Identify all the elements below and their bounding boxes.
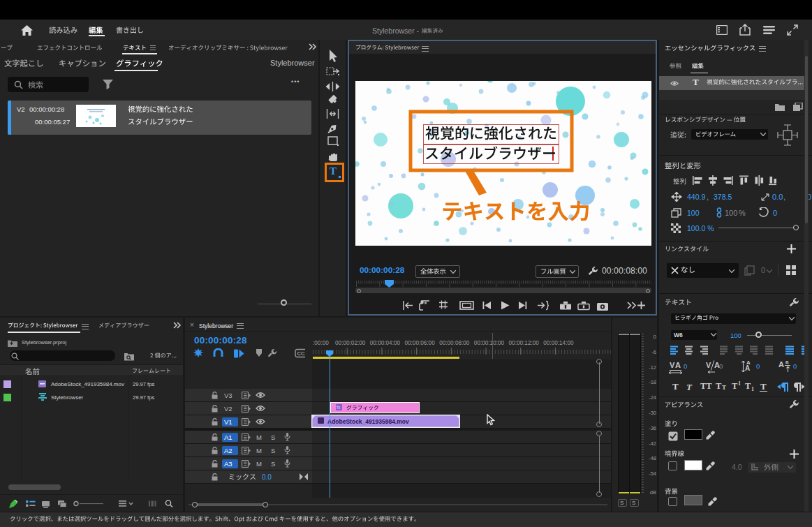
svg-text::00:00: :00:00 xyxy=(313,340,329,346)
svg-text:-6: -6 xyxy=(651,349,656,355)
svg-text:00:00:04:00: 00:00:04:00 xyxy=(370,340,401,346)
svg-text:-24: -24 xyxy=(649,394,656,401)
svg-text:0: 0 xyxy=(654,334,656,340)
svg-text:00:00:08:00: 00:00:08:00 xyxy=(439,340,470,346)
svg-text:-42: -42 xyxy=(649,440,656,447)
svg-text:-54: -54 xyxy=(649,470,656,477)
svg-text:00:00:12:00: 00:00:12:00 xyxy=(509,340,540,346)
svg-text:00:00:10:00: 00:00:10:00 xyxy=(474,340,505,346)
svg-text:-48: -48 xyxy=(649,455,656,461)
svg-text:00:00:02:00: 00:00:02:00 xyxy=(335,340,366,346)
svg-text:00:00:06:00: 00:00:06:00 xyxy=(404,340,435,346)
svg-text:-30: -30 xyxy=(649,410,656,416)
svg-text:-12: -12 xyxy=(649,364,656,371)
svg-text:00:00:14:00: 00:00:14:00 xyxy=(543,340,574,346)
svg-text:-18: -18 xyxy=(649,379,656,385)
svg-text:CC: CC xyxy=(297,350,305,357)
svg-text:-36: -36 xyxy=(649,425,656,431)
svg-text:dB: dB xyxy=(650,489,656,495)
